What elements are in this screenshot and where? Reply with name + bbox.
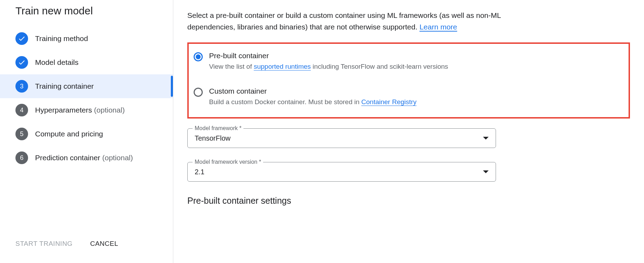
step-label: Training container — [35, 82, 94, 90]
step-label: Compute and pricing — [35, 130, 103, 138]
container-type-radio-group: Pre-built container View the list of sup… — [187, 42, 630, 119]
step-list: Training method Model details 3 Training… — [0, 27, 173, 230]
cancel-button[interactable]: CANCEL — [90, 240, 118, 248]
main-content: Select a pre-built container or build a … — [173, 0, 644, 263]
desc-text: including TensorFlow and scikit-learn ve… — [311, 63, 448, 70]
step-label: Prediction container (optional) — [35, 154, 133, 162]
desc-text: Build a custom Docker container. Must be… — [209, 98, 361, 106]
desc-text: View the list of — [209, 63, 254, 70]
step-number-icon: 3 — [15, 80, 28, 93]
step-label-text: Prediction container — [35, 154, 100, 162]
step-training-method[interactable]: Training method — [0, 27, 173, 50]
sidebar: Train new model Training method Model de… — [0, 0, 173, 263]
supported-runtimes-link[interactable]: supported runtimes — [254, 63, 311, 70]
step-number-icon: 4 — [15, 104, 28, 116]
step-label-text: Hyperparameters — [35, 106, 92, 114]
step-model-details[interactable]: Model details — [0, 50, 173, 74]
step-label: Model details — [35, 58, 79, 67]
step-number-icon: 6 — [15, 151, 28, 164]
step-optional-text: (optional) — [102, 154, 133, 162]
step-label: Training method — [35, 34, 88, 43]
description: Select a pre-built container or build a … — [187, 10, 517, 33]
select-value: TensorFlow — [195, 134, 230, 142]
step-optional-text: (optional) — [94, 106, 125, 114]
select-value: 2.1 — [195, 168, 204, 176]
step-label: Hyperparameters (optional) — [35, 106, 125, 114]
model-framework-version-select[interactable]: Model framework version * 2.1 — [187, 162, 496, 182]
step-number-icon: 5 — [15, 128, 28, 140]
step-compute-pricing[interactable]: 5 Compute and pricing — [0, 122, 173, 146]
radio-title: Custom container — [209, 87, 624, 95]
container-registry-link[interactable]: Container Registry — [361, 98, 416, 106]
page-title: Train new model — [0, 5, 173, 27]
sidebar-actions: START TRAINING CANCEL — [0, 230, 173, 263]
radio-description: View the list of supported runtimes incl… — [209, 62, 624, 72]
start-training-button[interactable]: START TRAINING — [15, 240, 73, 248]
radio-content: Custom container Build a custom Docker c… — [209, 87, 624, 107]
chevron-down-icon — [483, 170, 489, 173]
radio-button-icon[interactable] — [194, 52, 203, 61]
select-label: Model framework version * — [193, 159, 263, 165]
radio-content: Pre-built container View the list of sup… — [209, 52, 624, 72]
chevron-down-icon — [483, 137, 489, 140]
step-prediction-container[interactable]: 6 Prediction container (optional) — [0, 146, 173, 170]
radio-title: Pre-built container — [209, 52, 624, 60]
check-icon — [15, 56, 28, 69]
step-hyperparameters[interactable]: 4 Hyperparameters (optional) — [0, 98, 173, 122]
radio-custom-container[interactable]: Custom container Build a custom Docker c… — [194, 85, 624, 111]
select-label: Model framework * — [193, 125, 243, 132]
radio-description: Build a custom Docker container. Must be… — [209, 97, 624, 107]
check-icon — [15, 32, 28, 45]
radio-button-icon[interactable] — [194, 88, 203, 97]
prebuilt-settings-heading: Pre-built container settings — [187, 196, 630, 206]
model-framework-select[interactable]: Model framework * TensorFlow — [187, 128, 496, 148]
learn-more-link[interactable]: Learn more — [420, 23, 457, 31]
step-training-container[interactable]: 3 Training container — [0, 74, 173, 98]
radio-prebuilt-container[interactable]: Pre-built container View the list of sup… — [194, 49, 624, 76]
